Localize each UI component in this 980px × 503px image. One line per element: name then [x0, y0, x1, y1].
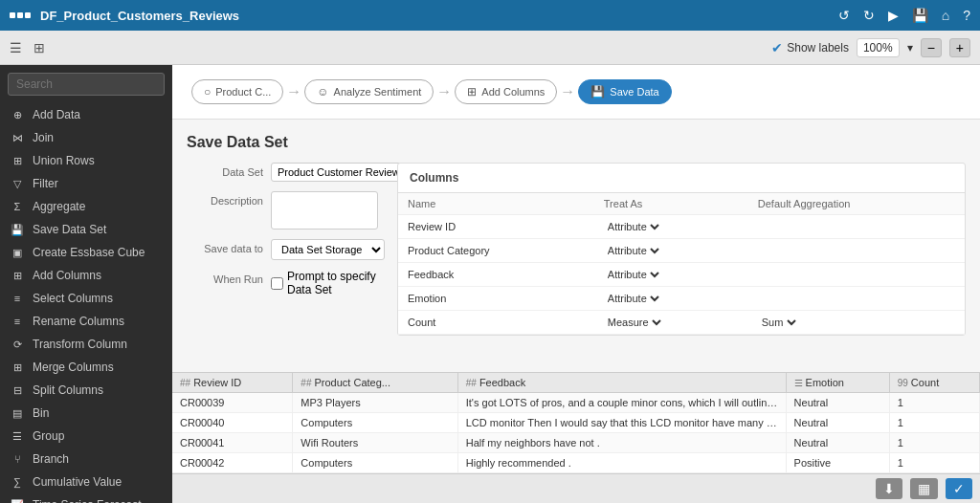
sidebar-label-bin: Bin [33, 406, 49, 420]
data-col-header: 99Count [889, 373, 979, 393]
confirm-button[interactable]: ✓ [946, 478, 972, 499]
step-box-product-customers[interactable]: ○ Product C... [191, 79, 283, 104]
sidebar-item-save-data-set[interactable]: 💾 Save Data Set [0, 218, 172, 241]
sidebar-item-cumulative-value[interactable]: ∑ Cumulative Value [0, 470, 172, 493]
redo-icon[interactable]: ↻ [863, 8, 875, 23]
dataset-input[interactable] [271, 163, 416, 182]
merge-columns-icon: ⊞ [10, 361, 25, 374]
data-table-cell: CR00039 [172, 393, 293, 413]
run-icon[interactable]: ▶ [888, 8, 899, 23]
zoom-display: 100% [857, 38, 900, 57]
data-col-header: ##Product Categ... [293, 373, 457, 393]
col-header-treat: Treat As [594, 193, 748, 215]
col-treat[interactable]: Attribute [594, 263, 748, 287]
app-logo [10, 12, 31, 18]
search-input[interactable] [8, 73, 165, 96]
col-agg[interactable] [748, 263, 965, 287]
prompt-checkbox[interactable] [271, 277, 283, 290]
step-box-save-data[interactable]: 💾 Save Data [578, 79, 671, 104]
join-icon: ⋈ [10, 132, 25, 144]
pipeline-step-analyze-sentiment[interactable]: ☺ Analyze Sentiment [304, 79, 434, 104]
top-bar: DF_Product_Customers_Reviews ↺ ↻ ▶ 💾 ⌂ ? [0, 0, 980, 31]
data-table-cell: Neutral [786, 413, 889, 433]
col-treat[interactable]: Measure [594, 311, 748, 335]
sidebar-item-time-series-forecast[interactable]: 📈 Time Series Forecast [0, 493, 172, 503]
help-icon[interactable]: ? [963, 8, 970, 23]
show-labels-toggle[interactable]: ✔ Show labels [771, 40, 849, 55]
col-treat-select[interactable]: Attribute [604, 268, 662, 281]
zoom-dropdown-icon[interactable]: ▾ [907, 41, 913, 55]
essbase-cube-icon: ▣ [10, 247, 25, 259]
sidebar-item-union-rows[interactable]: ⊞ Union Rows [0, 149, 172, 172]
sidebar-item-group[interactable]: ☰ Group [0, 425, 172, 448]
col-type-icon: 99 [898, 378, 908, 388]
sidebar-label-rename-columns: Rename Columns [33, 315, 124, 328]
table-view-button[interactable]: ▦ [910, 478, 938, 499]
sidebar-item-join[interactable]: ⋈ Join [0, 126, 172, 149]
col-treat[interactable]: Attribute [594, 215, 748, 239]
col-agg-select[interactable]: Sum [758, 316, 799, 329]
sidebar-item-bin[interactable]: ▤ Bin [0, 402, 172, 425]
pipeline-step-save-data[interactable]: 💾 Save Data [578, 79, 671, 104]
sidebar-item-create-essbase-cube[interactable]: ▣ Create Essbase Cube [0, 241, 172, 264]
data-table-cell: CR00041 [172, 433, 293, 453]
sidebar-item-add-data[interactable]: ⊕ Add Data [0, 103, 172, 126]
data-table-cell: MP3 Players [293, 393, 457, 413]
sidebar-label-split-columns: Split Columns [33, 383, 103, 397]
col-treat[interactable]: Attribute [594, 287, 748, 311]
data-table-cell: LCD monitor Then I would say that this L… [457, 413, 786, 433]
data-table-cell: Neutral [786, 433, 889, 453]
col-name: Count [398, 311, 594, 335]
description-textarea[interactable] [271, 191, 378, 230]
sidebar-item-merge-columns[interactable]: ⊞ Merge Columns [0, 356, 172, 379]
col-name: Product Category [398, 239, 594, 263]
sidebar-item-rename-columns[interactable]: ≡ Rename Columns [0, 310, 172, 333]
sidebar-item-select-columns[interactable]: ≡ Select Columns [0, 287, 172, 310]
col-treat[interactable]: Attribute [594, 239, 748, 263]
col-agg[interactable] [748, 215, 965, 239]
when-run-label: When Run [187, 270, 263, 285]
add-data-icon: ⊕ [10, 109, 25, 121]
split-columns-icon: ⊟ [10, 384, 25, 397]
col-agg[interactable] [748, 239, 965, 263]
sidebar-item-transform-column[interactable]: ⟳ Transform Column [0, 333, 172, 356]
sidebar-item-filter[interactable]: ▽ Filter [0, 172, 172, 195]
zoom-out-button[interactable]: − [921, 38, 942, 57]
col-treat-select[interactable]: Attribute [604, 244, 662, 257]
step-box-add-columns[interactable]: ⊞ Add Columns [455, 79, 557, 104]
sidebar-item-add-columns[interactable]: ⊞ Add Columns [0, 264, 172, 287]
col-agg[interactable] [748, 287, 965, 311]
step-label-save-data: Save Data [610, 86, 658, 98]
prompt-checkbox-row: Prompt to specify Data Set [271, 270, 378, 296]
undo-icon[interactable]: ↺ [838, 8, 850, 23]
col-name: Review ID [398, 215, 594, 239]
col-treat-select[interactable]: Measure [604, 316, 664, 329]
step-box-analyze-sentiment[interactable]: ☺ Analyze Sentiment [304, 79, 434, 104]
col-treat-select[interactable]: Attribute [604, 220, 662, 233]
pipeline-step-add-columns[interactable]: ⊞ Add Columns [455, 79, 557, 104]
save-menu-icon[interactable]: 💾 [912, 8, 928, 23]
zoom-in-button[interactable]: + [949, 38, 970, 57]
sidebar: ⊕ Add Data ⋈ Join ⊞ Union Rows ▽ Filter … [0, 65, 172, 503]
dataset-row: Data Set [187, 163, 378, 182]
download-button[interactable]: ⬇ [876, 478, 902, 499]
grid-icon[interactable]: ⊞ [33, 40, 45, 55]
data-table-cell: It's got LOTS of pros, and a couple mino… [457, 393, 786, 413]
sidebar-item-aggregate[interactable]: Σ Aggregate [0, 195, 172, 218]
data-col-header: ##Review ID [172, 373, 293, 393]
columns-table-row: Review ID Attribute [398, 215, 965, 239]
col-agg[interactable]: Sum [748, 311, 965, 335]
form-section: Data Set Description Save data to Data S… [187, 163, 966, 336]
data-table-cell: 1 [889, 393, 979, 413]
save-data-to-select[interactable]: Data Set Storage [271, 239, 385, 260]
main-layout: ⊕ Add Data ⋈ Join ⊞ Union Rows ▽ Filter … [0, 65, 980, 503]
pipeline-step-product-customers[interactable]: ○ Product C... [191, 79, 283, 104]
home-icon[interactable]: ⌂ [942, 8, 949, 23]
col-treat-select[interactable]: Attribute [604, 292, 662, 305]
sidebar-item-branch[interactable]: ⑂ Branch [0, 448, 172, 470]
data-table-row: CR00042ComputersHighly recommended .Posi… [172, 453, 980, 473]
app-title: DF_Product_Customers_Reviews [40, 9, 239, 23]
sidebar-item-split-columns[interactable]: ⊟ Split Columns [0, 379, 172, 402]
menu-icon[interactable]: ☰ [10, 40, 22, 55]
cumulative-value-icon: ∑ [10, 476, 25, 488]
